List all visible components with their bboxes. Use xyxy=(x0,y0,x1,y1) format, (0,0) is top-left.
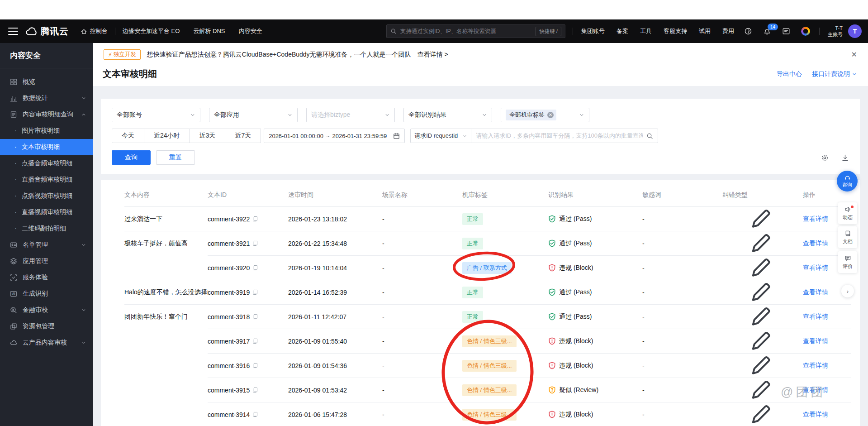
export-center-link[interactable]: 导出中心 xyxy=(777,70,802,78)
sidebar-subitem[interactable]: ·直播视频审核明细 xyxy=(0,204,93,220)
result-text: 通过 (Pass) xyxy=(559,313,592,321)
global-search[interactable]: 支持通过实例ID、IP、名称等搜索资源 快捷键 / xyxy=(386,24,565,38)
nav-menu-link[interactable]: 备案 xyxy=(617,27,628,35)
copy-icon[interactable] xyxy=(252,412,258,417)
nav-product-link[interactable]: 内容安全 xyxy=(238,27,262,35)
account-filter-select[interactable]: 全部账号 xyxy=(112,108,200,122)
request-id-input[interactable]: 请输入请求ID，多条内容用回车分隔，支持100条以内的批量查询 xyxy=(471,129,658,143)
app-filter-select[interactable]: 全部应用 xyxy=(209,108,298,122)
chevron-down-icon xyxy=(81,307,86,313)
collapse-panel-button[interactable]: › xyxy=(841,285,854,297)
quick-range-button[interactable]: 近3天 xyxy=(190,129,226,143)
view-details-link[interactable]: 查看详情 xyxy=(803,264,828,271)
view-details-link[interactable]: 查看详情 xyxy=(803,411,828,418)
download-icon[interactable] xyxy=(841,154,849,162)
pencil-icon[interactable] xyxy=(722,280,799,304)
sidebar-item[interactable]: 服务体验 xyxy=(0,269,93,286)
workorder-icon[interactable] xyxy=(782,27,790,35)
sidebar-item[interactable]: AI生成识别 xyxy=(0,286,93,302)
biztype-filter-select[interactable]: 请选择biztype xyxy=(306,108,395,122)
nav-product-link[interactable]: 云解析 DNS xyxy=(193,27,225,35)
sidebar-item[interactable]: 数据统计 xyxy=(0,90,93,106)
menu-toggle-icon[interactable] xyxy=(8,28,18,35)
copy-icon[interactable] xyxy=(252,338,258,344)
dynamic-button[interactable]: 动态 xyxy=(838,202,857,224)
sidebar-subitem[interactable]: ·点播视频审核明细 xyxy=(0,188,93,204)
quick-range-button[interactable]: 今天 xyxy=(112,129,144,143)
promo-icon[interactable] xyxy=(801,27,810,36)
sidebar-item[interactable]: 内容审核明细查询 xyxy=(0,106,93,123)
quick-range-button[interactable]: 近24小时 xyxy=(144,129,190,143)
sidebar-item[interactable]: 云产品内容审核 xyxy=(0,335,93,351)
submit-time-cell: 2026-01-09 01:53:42 xyxy=(288,378,382,402)
pencil-icon[interactable] xyxy=(722,256,799,280)
nav-menu-link[interactable]: 试用 xyxy=(699,27,711,35)
column-header: 纠错类型 xyxy=(722,190,803,207)
close-icon[interactable]: ✕ xyxy=(851,51,857,58)
nav-menu-link[interactable]: 集团账号 xyxy=(581,27,605,35)
result-cell: 疑似 (Review) xyxy=(548,378,642,402)
machine-label-cell: 正常 xyxy=(462,207,548,231)
quick-range-button[interactable]: 近7天 xyxy=(225,129,261,143)
pencil-icon[interactable] xyxy=(722,329,799,353)
pencil-icon[interactable] xyxy=(722,354,799,378)
tencent-cloud-logo[interactable]: 腾讯云 xyxy=(25,25,69,38)
copy-icon[interactable] xyxy=(252,363,258,369)
tag-filter-select[interactable]: 全部机审标签 ✕ xyxy=(501,108,589,122)
request-id-type-select[interactable]: 请求ID requestid xyxy=(411,129,471,143)
view-details-link[interactable]: 查看详情 xyxy=(803,362,828,369)
help-icon[interactable] xyxy=(744,27,752,35)
copy-icon[interactable] xyxy=(252,289,258,295)
nav-menu-link[interactable]: 费用 xyxy=(722,27,734,35)
sidebar-item[interactable]: 金融审校 xyxy=(0,302,93,318)
pencil-icon[interactable] xyxy=(722,402,799,426)
sidebar-item-label: 文本审核明细 xyxy=(22,143,60,151)
copy-icon[interactable] xyxy=(252,314,258,320)
nav-console-link[interactable]: 控制台 xyxy=(81,27,108,35)
avatar[interactable]: T xyxy=(848,24,862,38)
pencil-icon[interactable] xyxy=(722,378,799,402)
result-filter-select[interactable]: 全部识别结果 xyxy=(403,108,492,122)
copy-icon[interactable] xyxy=(252,265,258,271)
sidebar-subitem[interactable]: ·点播音频审核明细 xyxy=(0,155,93,172)
sidebar-subitem[interactable]: ·二维码翻拍明细 xyxy=(0,220,93,237)
sidebar-subitem[interactable]: ·直播音频审核明细 xyxy=(0,172,93,188)
view-details-link[interactable]: 查看详情 xyxy=(803,239,828,247)
sidebar-subitem[interactable]: ·图片审核明细 xyxy=(0,123,93,139)
query-button[interactable]: 查询 xyxy=(112,150,151,165)
copy-icon[interactable] xyxy=(252,216,258,222)
account-info[interactable]: T-T 主账号 xyxy=(828,25,843,38)
sidebar-item[interactable]: 资源包管理 xyxy=(0,318,93,335)
consult-button[interactable]: 咨询 xyxy=(837,171,858,191)
view-details-link[interactable]: 查看详情 xyxy=(803,337,828,345)
text-content-cell: 极核车子挺好，颜值高 xyxy=(124,231,208,256)
sidebar-item[interactable]: 名单管理 xyxy=(0,237,93,253)
pencil-icon[interactable] xyxy=(722,231,799,255)
notifications-button[interactable]: 14 xyxy=(763,27,771,35)
sidebar-item[interactable]: 概览 xyxy=(0,74,93,90)
view-details-link[interactable]: 查看详情 xyxy=(803,288,828,296)
sidebar-subitem[interactable]: ·文本审核明细 xyxy=(0,139,93,155)
remove-tag-icon[interactable]: ✕ xyxy=(547,112,554,118)
date-range-picker[interactable]: 2026-01-01 00:00:00 ~ 2026-01-31 23:59:5… xyxy=(264,129,405,143)
chevron-down-icon xyxy=(81,340,86,345)
sidebar-item[interactable]: 应用管理 xyxy=(0,253,93,269)
nav-menu-link[interactable]: 客服支持 xyxy=(664,27,687,35)
view-details-link[interactable]: 查看详情 xyxy=(803,386,828,393)
view-details-link[interactable]: 查看详情 xyxy=(803,313,828,320)
pencil-icon[interactable] xyxy=(722,305,799,329)
docs-button[interactable]: 文档 xyxy=(838,226,857,248)
banner-details-link[interactable]: 查看详情 > xyxy=(417,51,448,59)
billing-doc-link[interactable]: 接口计费说明 xyxy=(812,70,857,78)
notification-badge: 14 xyxy=(768,24,778,30)
reset-button[interactable]: 重置 xyxy=(156,150,195,165)
view-details-link[interactable]: 查看详情 xyxy=(803,215,828,222)
settings-gear-icon[interactable] xyxy=(821,154,829,162)
nav-product-link[interactable]: 边缘安全加速平台 EO xyxy=(123,27,180,35)
copy-icon[interactable] xyxy=(252,387,258,393)
nav-menu-link[interactable]: 工具 xyxy=(640,27,652,35)
copy-icon[interactable] xyxy=(252,240,258,246)
pencil-icon[interactable] xyxy=(722,207,799,231)
search-icon[interactable] xyxy=(646,133,653,139)
feedback-button[interactable]: 评价 xyxy=(838,251,857,273)
